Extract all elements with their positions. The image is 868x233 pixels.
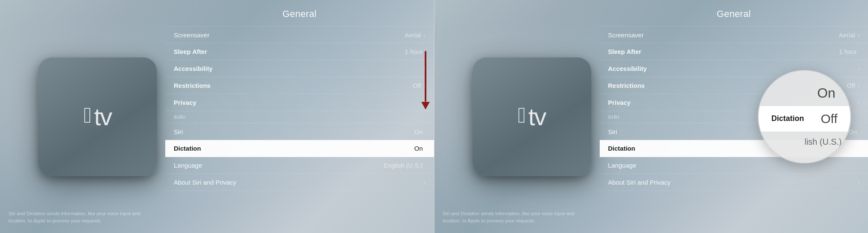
list-item[interactable]: Accessibility › [165, 60, 434, 77]
atv-box-right:  tv [473, 57, 591, 176]
list-item[interactable]: Accessibility › [600, 60, 868, 77]
section-header-siri: SIRI [165, 111, 434, 123]
item-value-dictation: On [414, 145, 423, 152]
item-value-sleep: 1 hour [405, 48, 423, 55]
list-item[interactable]: Siri On [165, 123, 434, 140]
item-label-accessibility: Accessibility [174, 65, 423, 72]
item-label-restrictions: Restrictions [174, 82, 412, 89]
list-item[interactable]: About Siri and Privacy › [165, 174, 434, 191]
item-label-screensaver-r: Screensaver [608, 31, 839, 39]
chevron-icon-about-siri: › [423, 179, 425, 185]
item-label-accessibility-r: Accessibility [608, 65, 858, 72]
item-label-about-siri: About Siri and Privacy [174, 179, 423, 186]
red-arrow [421, 51, 430, 109]
atv-box-left:  tv [38, 57, 157, 176]
right-device:  tv [460, 45, 604, 189]
item-value-language: English (U.S.) [384, 162, 423, 169]
left-panel:  tv General Screensaver Aerial › Sleep … [0, 0, 434, 233]
apple-icon-left:  [83, 104, 92, 126]
tv-text-right: tv [528, 104, 545, 129]
item-value-screensaver: Aerial [405, 31, 421, 39]
atv-logo-right:  tv [517, 104, 545, 129]
tv-text-left: tv [94, 104, 111, 129]
item-value-screensaver-r: Aerial [839, 31, 855, 39]
list-item[interactable]: About Siri and Privacy › [600, 174, 868, 191]
magnify-on-label: On [817, 85, 835, 101]
item-label-privacy: Privacy [174, 99, 423, 106]
arrow-head [421, 102, 430, 109]
chevron-icon-accessibility-r: › [858, 65, 860, 72]
magnify-circle: On Dictation Off lish (U.S.) [758, 70, 851, 163]
list-item[interactable]: Language [600, 157, 868, 174]
magnify-lang-row: lish (U.S.) [759, 132, 850, 153]
list-item[interactable]: Privacy › [165, 94, 434, 111]
list-item[interactable]: Language English (U.S.) [165, 157, 434, 174]
section-label-siri: SIRI [174, 115, 426, 120]
list-item[interactable]: Screensaver Aerial › [165, 26, 434, 43]
item-label-sleep-r: Sleep After [608, 48, 839, 55]
item-label-about-siri-r: About Siri and Privacy [608, 179, 858, 186]
right-page-title: General [600, 0, 868, 26]
chevron-icon-restrictions-r: › [858, 82, 860, 89]
arrow-line [425, 51, 426, 102]
left-device:  tv [25, 45, 170, 189]
list-item[interactable]: Restrictions Off › [165, 77, 434, 94]
item-label-sleep: Sleep After [174, 48, 405, 55]
item-value-siri: On [414, 128, 423, 135]
chevron-icon-privacy-r: › [858, 99, 860, 106]
right-panel:  tv General Screensaver Aerial › Sleep … [434, 0, 868, 233]
magnify-on-row: On [759, 81, 850, 106]
left-settings-area: General Screensaver Aerial › Sleep After… [165, 0, 434, 233]
magnify-dictation-row: Dictation Off [759, 106, 850, 132]
chevron-icon-screensaver: › [423, 32, 425, 38]
item-value-restrictions: Off [412, 82, 421, 89]
item-label-siri: Siri [174, 128, 414, 135]
left-page-title: General [165, 0, 434, 26]
list-item-dictation[interactable]: Dictation On [165, 140, 434, 157]
left-menu-list: Screensaver Aerial › Sleep After 1 hour … [165, 26, 434, 233]
magnify-off-label: Off [821, 112, 837, 126]
magnify-dictation-label: Dictation [771, 114, 821, 123]
list-item[interactable]: Sleep After 1 hour [165, 43, 434, 60]
list-item[interactable]: Screensaver Aerial › [600, 26, 868, 43]
item-label-screensaver: Screensaver [174, 31, 405, 39]
item-label-language: Language [174, 162, 384, 169]
left-footer: Siri and Dictation sends information, li… [8, 210, 426, 225]
chevron-icon-screensaver-r: › [858, 32, 860, 38]
item-label-language-r: Language [608, 162, 860, 169]
atv-logo-left:  tv [83, 104, 111, 129]
right-footer: Siri and Dictation sends information, li… [443, 210, 860, 225]
apple-icon-right:  [517, 104, 526, 126]
chevron-icon-about-siri-r: › [858, 179, 860, 185]
list-item[interactable]: Sleep After 1 hour [600, 43, 868, 60]
item-label-dictation: Dictation [174, 145, 414, 152]
item-value-sleep-r: 1 hour [839, 48, 857, 55]
magnify-lang-partial: lish (U.S.) [804, 137, 842, 147]
